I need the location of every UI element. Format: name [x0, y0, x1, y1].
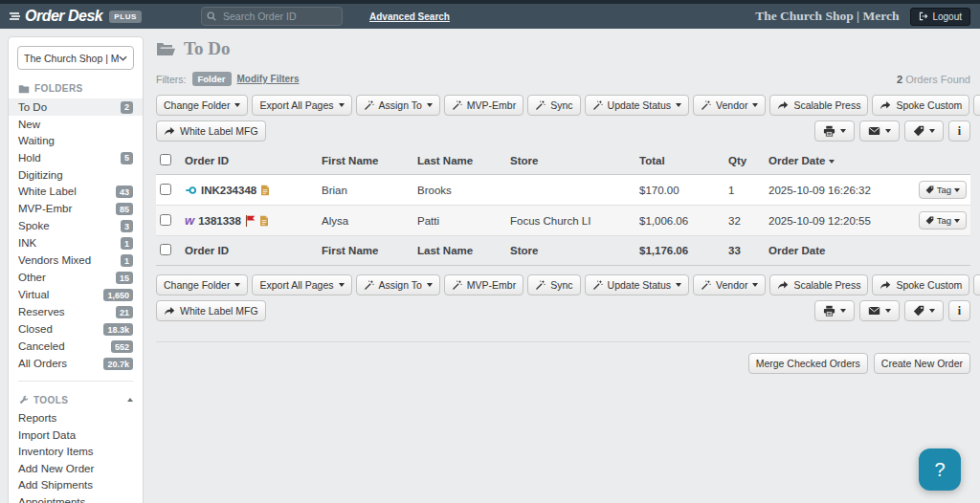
stakes-mfg-button[interactable]: Stakes MFG — [973, 274, 980, 295]
sidebar-folder-other[interactable]: Other15 — [9, 270, 143, 287]
brand-logo[interactable]: Order Desk PLUS — [10, 8, 142, 25]
update-status-button[interactable]: Update Status — [585, 274, 690, 295]
order-id-link[interactable]: 1381338 — [198, 215, 241, 227]
sidebar-folder-all-orders[interactable]: All Orders20.7k — [9, 356, 143, 373]
spoke-custom-button[interactable]: Spoke Custom — [872, 95, 969, 116]
sidebar-folder-digitizing[interactable]: Digitizing — [9, 166, 143, 184]
mvp-embr-button[interactable]: MVP-Embr — [444, 95, 523, 116]
sidebar-folder-virtual[interactable]: Virtual1,650 — [9, 287, 143, 304]
sidebar-folder-reserves[interactable]: Reserves21 — [9, 304, 143, 321]
sidebar-tool-inventory-items[interactable]: Inventory Items — [9, 444, 143, 461]
footer-first-name: First Name — [318, 236, 413, 266]
print-button[interactable] — [814, 300, 855, 321]
sidebar-tool-add-new-order[interactable]: Add New Order — [9, 460, 143, 477]
wrench-icon — [18, 395, 29, 405]
update-status-button[interactable]: Update Status — [585, 95, 690, 116]
toolbar-row-2: White Label MFG i — [156, 120, 970, 142]
header-total[interactable]: Total — [635, 147, 724, 175]
folder-list: To Do2 New Waiting Hold5 Digitizing Whit… — [9, 98, 143, 373]
mvp-embr-button[interactable]: MVP-Embr — [444, 274, 523, 295]
count-badge: 21 — [116, 306, 133, 318]
caret-down-icon — [954, 188, 960, 192]
tag-menu-button[interactable] — [904, 120, 944, 142]
sidebar-folder-to-do[interactable]: To Do2 — [9, 98, 143, 116]
assign-to-button[interactable]: Assign To — [356, 274, 440, 295]
toolbar-top: Change Folder Export All Pages Assign To… — [156, 95, 970, 142]
sidebar-tool-appointments[interactable]: Appointments — [9, 493, 143, 503]
store-select[interactable]: The Church Shop | Me — [17, 46, 134, 70]
forward-arrow-icon — [777, 280, 789, 291]
scalable-press-button[interactable]: Scalable Press — [769, 95, 868, 116]
sync-button[interactable]: Sync — [527, 274, 580, 295]
info-button[interactable]: i — [948, 120, 970, 142]
header-order-id[interactable]: Order ID — [181, 147, 318, 175]
sidebar-tool-import-data[interactable]: Import Data — [9, 426, 143, 444]
select-all-checkbox[interactable] — [160, 154, 171, 165]
flag-icon[interactable] — [245, 215, 256, 227]
sidebar-folder-closed[interactable]: Closed18.3k — [9, 321, 143, 339]
sidebar-folder-vendors-mixed[interactable]: Vendors Mixed1 — [9, 252, 143, 270]
sidebar-folder-mvp-embr[interactable]: MVP-Embr85 — [9, 201, 143, 218]
cell-store — [506, 175, 635, 206]
header-qty[interactable]: Qty — [724, 147, 765, 175]
merge-checked-orders-button[interactable]: Merge Checked Orders — [748, 353, 868, 374]
white-label-mfg-button[interactable]: White Label MFG — [156, 300, 266, 321]
sidebar-folder-spoke[interactable]: Spoke3 — [9, 218, 143, 235]
sidebar-folder-white-label[interactable]: White Label43 — [9, 184, 143, 201]
sidebar-folder-hold[interactable]: Hold5 — [9, 149, 143, 166]
caret-down-icon — [885, 129, 891, 133]
header-store[interactable]: Store — [506, 147, 635, 175]
header-last-name[interactable]: Last Name — [413, 147, 506, 175]
forward-arrow-icon — [164, 126, 175, 137]
note-icon[interactable] — [260, 185, 270, 196]
select-all-checkbox[interactable] — [160, 244, 171, 255]
plus-badge: PLUS — [109, 11, 142, 23]
vendor-button[interactable]: Vendor — [693, 95, 766, 116]
note-icon[interactable] — [259, 215, 269, 227]
vendor-button[interactable]: Vendor — [693, 274, 766, 295]
export-all-pages-button[interactable]: Export All Pages — [252, 274, 351, 295]
sidebar-tool-reports[interactable]: Reports — [9, 410, 143, 427]
row-checkbox[interactable] — [160, 214, 171, 226]
print-button[interactable] — [814, 120, 855, 142]
advanced-search-link[interactable]: Advanced Search — [369, 11, 450, 22]
order-row[interactable]: INK234348 Brian Brooks $170.00 1 2025-10… — [156, 175, 970, 206]
sidebar-folder-waiting[interactable]: Waiting — [9, 133, 143, 150]
help-button[interactable]: ? — [919, 448, 961, 491]
app-window: Order Desk PLUS Advanced Search The Chur… — [0, 0, 980, 503]
email-button[interactable] — [859, 120, 900, 142]
tools-section-header[interactable]: TOOLS — [18, 395, 133, 405]
white-label-mfg-button[interactable]: White Label MFG — [156, 120, 266, 142]
tag-button[interactable]: Tag — [919, 211, 967, 230]
header-first-name[interactable]: First Name — [318, 147, 413, 175]
spoke-custom-button[interactable]: Spoke Custom — [872, 274, 969, 295]
logout-button[interactable]: Logout — [910, 8, 970, 26]
assign-to-button[interactable]: Assign To — [356, 95, 440, 116]
sidebar-tool-add-shipments[interactable]: Add Shipments — [9, 477, 143, 494]
sync-button[interactable]: Sync — [527, 95, 580, 116]
row-checkbox[interactable] — [160, 184, 171, 195]
tag-menu-button[interactable] — [904, 300, 944, 321]
wand-icon — [592, 100, 603, 111]
stakes-mfg-button[interactable]: Stakes MFG — [973, 95, 980, 116]
export-all-pages-button[interactable]: Export All Pages — [252, 95, 351, 116]
collapse-caret-icon[interactable] — [127, 398, 133, 402]
count-badge: 2 — [121, 101, 133, 114]
order-row[interactable]: w 1381338 Alysa Patti Focus Church LI $1… — [156, 206, 970, 236]
change-folder-button[interactable]: Change Folder — [156, 95, 248, 116]
modify-filters-link[interactable]: Modify Filters — [237, 74, 300, 84]
filters-label: Filters: — [156, 74, 187, 85]
order-id-link[interactable]: INK234348 — [201, 185, 256, 196]
email-button[interactable] — [859, 300, 900, 321]
sidebar-folder-new[interactable]: New — [9, 116, 143, 133]
sidebar-folder-canceled[interactable]: Canceled552 — [9, 339, 143, 356]
scalable-press-button[interactable]: Scalable Press — [769, 274, 868, 295]
orders-found-count: 2 — [897, 74, 902, 85]
tag-button[interactable]: Tag — [919, 181, 967, 199]
change-folder-button[interactable]: Change Folder — [156, 274, 248, 295]
create-new-order-button[interactable]: Create New Order — [874, 353, 970, 374]
sidebar-folder-ink[interactable]: INK1 — [9, 235, 143, 252]
header-order-date[interactable]: Order Date — [765, 147, 899, 175]
search-input[interactable] — [201, 7, 343, 26]
info-button[interactable]: i — [948, 300, 970, 321]
